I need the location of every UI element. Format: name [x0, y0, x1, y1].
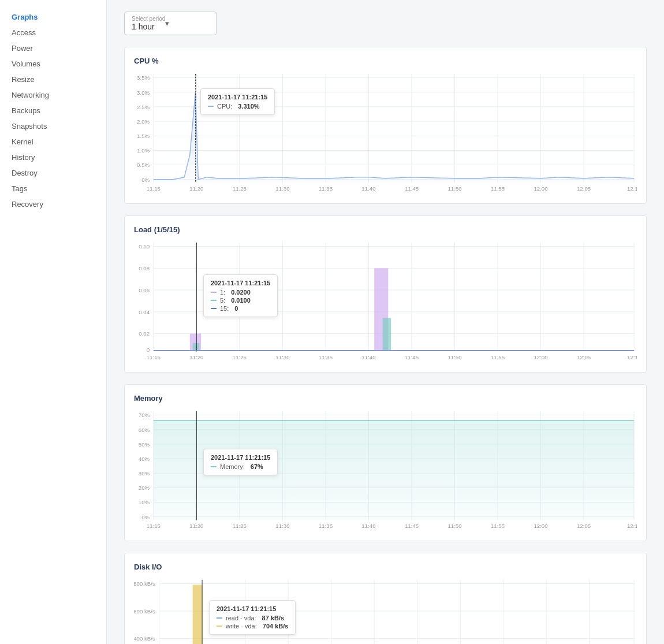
svg-text:11:15: 11:15 [147, 185, 161, 192]
sidebar-item-history[interactable]: History [0, 150, 106, 165]
svg-marker-28 [154, 92, 634, 183]
memory-chart-svg: 70% 60% 50% 40% 30% 20% 10% 0% [134, 408, 637, 531]
svg-text:11:40: 11:40 [361, 523, 375, 529]
svg-text:30%: 30% [139, 470, 150, 477]
svg-text:800 kB/s: 800 kB/s [134, 580, 155, 587]
sidebar-item-networking[interactable]: Networking [0, 87, 106, 103]
sidebar-item-graphs[interactable]: Graphs [0, 9, 106, 25]
svg-text:0%: 0% [141, 513, 150, 520]
svg-text:11:15: 11:15 [147, 523, 161, 529]
svg-text:12:05: 12:05 [577, 185, 591, 192]
svg-text:11:35: 11:35 [319, 185, 333, 192]
svg-text:11:45: 11:45 [405, 185, 419, 192]
sidebar-item-volumes[interactable]: Volumes [0, 56, 106, 72]
svg-text:11:35: 11:35 [319, 523, 333, 529]
svg-text:12:00: 12:00 [534, 185, 547, 192]
svg-text:0.04: 0.04 [139, 309, 150, 315]
svg-text:11:15: 11:15 [147, 354, 161, 360]
disk-chart-area: 800 kB/s 600 kB/s 400 kB/s 200 kB/s [134, 577, 637, 644]
svg-text:40%: 40% [139, 456, 150, 462]
sidebar-item-tags[interactable]: Tags [0, 181, 106, 196]
svg-text:11:20: 11:20 [189, 354, 203, 360]
svg-text:0.02: 0.02 [139, 330, 150, 337]
svg-text:3.0%: 3.0% [137, 90, 150, 96]
svg-text:0%: 0% [141, 177, 150, 183]
disk-chart-svg: 800 kB/s 600 kB/s 400 kB/s 200 kB/s [134, 577, 637, 644]
sidebar-item-backups[interactable]: Backups [0, 103, 106, 118]
svg-text:0.08: 0.08 [139, 265, 150, 271]
svg-text:20%: 20% [139, 485, 150, 491]
sidebar-item-power[interactable]: Power [0, 40, 106, 56]
svg-text:2.5%: 2.5% [137, 104, 150, 110]
sidebar-item-kernel[interactable]: Kernel [0, 134, 106, 150]
svg-text:2.0%: 2.0% [137, 118, 150, 125]
svg-text:11:40: 11:40 [361, 185, 375, 192]
svg-text:12:10: 12:10 [627, 523, 637, 529]
svg-text:60%: 60% [139, 426, 150, 433]
svg-rect-147 [193, 585, 203, 644]
cpu-chart-area: 3.5% 3.0% 2.5% 2.0% 1.5% 1.0% 0.5% 0% [134, 71, 637, 194]
svg-text:11:25: 11:25 [233, 354, 247, 360]
main-content: Select period 1 hour ▾ CPU % 3.5% 3.0% 2… [107, 0, 664, 644]
disk-chart-title: Disk I/O [134, 563, 637, 571]
svg-text:0: 0 [147, 346, 150, 352]
svg-text:11:20: 11:20 [189, 523, 203, 529]
svg-text:11:50: 11:50 [447, 185, 461, 192]
svg-text:11:35: 11:35 [319, 354, 333, 360]
svg-text:0.5%: 0.5% [137, 162, 150, 168]
svg-text:12:10: 12:10 [627, 354, 637, 360]
sidebar: GraphsAccessPowerVolumesResizeNetworking… [0, 0, 107, 644]
svg-text:1.0%: 1.0% [137, 147, 150, 154]
load-chart-area: 0.10 0.08 0.06 0.04 0.02 0 [134, 240, 637, 363]
svg-text:11:55: 11:55 [491, 354, 505, 360]
load-chart-svg: 0.10 0.08 0.06 0.04 0.02 0 [134, 240, 637, 363]
svg-text:50%: 50% [139, 441, 150, 448]
memory-chart-card: Memory 70% 60% 50% 40% 30% 20% 10% 0% [124, 384, 647, 541]
svg-text:11:45: 11:45 [405, 523, 419, 529]
svg-text:10%: 10% [139, 499, 150, 505]
svg-text:11:55: 11:55 [491, 185, 505, 192]
load-chart-title: Load (1/5/15) [134, 225, 637, 234]
cpu-chart-card: CPU % 3.5% 3.0% 2.5% 2.0% 1.5% 1.0% 0.5%… [124, 47, 647, 204]
svg-text:0.06: 0.06 [139, 287, 150, 293]
sidebar-item-destroy[interactable]: Destroy [0, 165, 106, 181]
svg-text:11:50: 11:50 [447, 354, 461, 360]
disk-chart-card: Disk I/O 800 kB/s 600 kB/s 400 kB/s 200 … [124, 553, 647, 644]
svg-text:11:40: 11:40 [361, 354, 375, 360]
svg-text:70%: 70% [139, 412, 150, 418]
svg-rect-68 [193, 343, 200, 351]
sidebar-item-recovery[interactable]: Recovery [0, 196, 106, 212]
sidebar-item-access[interactable]: Access [0, 25, 106, 40]
svg-text:400 kB/s: 400 kB/s [134, 635, 155, 642]
memory-chart-area: 70% 60% 50% 40% 30% 20% 10% 0% [134, 408, 637, 531]
svg-text:11:25: 11:25 [233, 185, 247, 192]
memory-chart-title: Memory [134, 394, 637, 403]
svg-marker-112 [154, 420, 634, 520]
svg-text:12:00: 12:00 [534, 354, 547, 360]
svg-text:12:10: 12:10 [627, 185, 637, 192]
svg-text:11:55: 11:55 [491, 523, 505, 529]
svg-rect-69 [383, 318, 391, 350]
cpu-chart-title: CPU % [134, 57, 637, 65]
sidebar-item-resize[interactable]: Resize [0, 72, 106, 87]
cpu-chart-svg: 3.5% 3.0% 2.5% 2.0% 1.5% 1.0% 0.5% 0% [134, 71, 637, 194]
svg-text:11:30: 11:30 [275, 185, 289, 192]
chevron-down-icon: ▾ [165, 19, 169, 28]
period-selector[interactable]: Select period 1 hour ▾ [124, 12, 647, 35]
svg-text:11:50: 11:50 [447, 523, 461, 529]
svg-text:11:25: 11:25 [233, 523, 247, 529]
svg-text:12:05: 12:05 [577, 523, 591, 529]
period-label: Select period [132, 16, 165, 22]
svg-text:11:45: 11:45 [405, 354, 419, 360]
load-chart-card: Load (1/5/15) 0.10 0.08 0.06 0.04 0.02 0 [124, 215, 647, 373]
svg-text:11:30: 11:30 [275, 523, 289, 529]
svg-text:1.5%: 1.5% [137, 133, 150, 139]
svg-text:12:00: 12:00 [534, 523, 547, 529]
svg-text:0.10: 0.10 [139, 243, 150, 250]
svg-text:3.5%: 3.5% [137, 75, 150, 81]
svg-text:11:30: 11:30 [275, 354, 289, 360]
svg-text:12:05: 12:05 [577, 354, 591, 360]
svg-text:600 kB/s: 600 kB/s [134, 608, 155, 615]
svg-text:11:20: 11:20 [189, 185, 203, 192]
sidebar-item-snapshots[interactable]: Snapshots [0, 118, 106, 134]
